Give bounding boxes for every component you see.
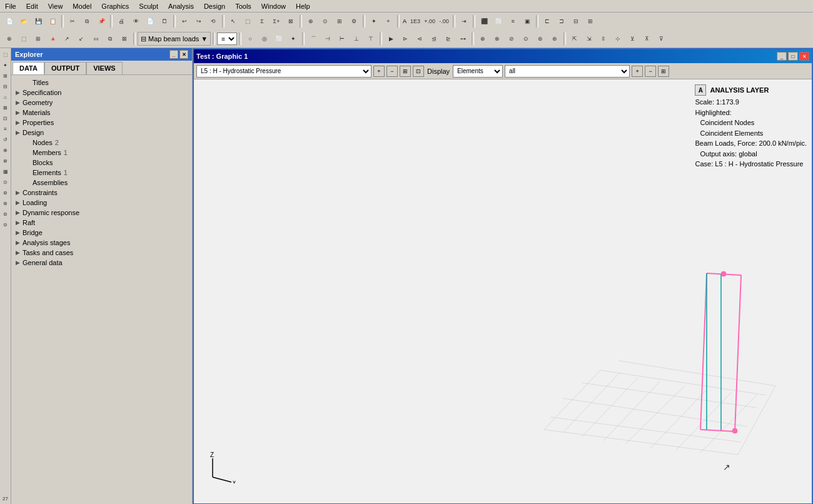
lb-16[interactable]: ⊜ bbox=[1, 209, 11, 219]
tree-item-nodes[interactable]: Nodes 2 bbox=[11, 138, 192, 148]
tb2-31[interactable]: ⊻ bbox=[625, 32, 639, 46]
menu-edit[interactable]: Edit bbox=[24, 2, 41, 11]
elements-dropdown[interactable]: Elements bbox=[453, 65, 503, 78]
tb2-20[interactable]: ⊶ bbox=[456, 32, 470, 46]
cursor2-btn[interactable]: + bbox=[381, 14, 395, 28]
menu-design[interactable]: Design bbox=[201, 2, 228, 11]
lb-6[interactable]: ⊠ bbox=[1, 103, 11, 113]
cases-check-btn[interactable]: ⊡ bbox=[413, 66, 424, 77]
cases-minus-btn[interactable]: − bbox=[386, 66, 398, 77]
tree-item-design[interactable]: ▶ Design bbox=[11, 128, 192, 138]
tb2-13[interactable]: ⊥ bbox=[350, 32, 363, 46]
all-plus-btn[interactable]: + bbox=[632, 66, 643, 77]
tree-item-geometry[interactable]: ▶ Geometry bbox=[11, 98, 192, 108]
res3-btn[interactable]: ⊟ bbox=[569, 14, 583, 28]
paste-btn[interactable]: 📌 bbox=[94, 14, 108, 28]
print2-btn[interactable]: 📄 bbox=[143, 14, 157, 28]
lb-7[interactable]: ⊡ bbox=[1, 113, 11, 123]
graphic-minimize-btn[interactable]: _ bbox=[777, 52, 787, 61]
tb2-1[interactable]: ⊕ bbox=[3, 32, 16, 46]
tb2-24[interactable]: ⊙ bbox=[519, 32, 533, 46]
tb2-30[interactable]: ⊹ bbox=[611, 32, 625, 46]
print-preview-btn[interactable]: 👁 bbox=[129, 14, 143, 28]
tree-item-constraints[interactable]: ▶ Constraints bbox=[11, 188, 192, 198]
tb2-29[interactable]: ⇳ bbox=[597, 32, 610, 46]
tab-data[interactable]: DATA bbox=[13, 62, 44, 74]
tb2-8[interactable]: ⧉ bbox=[103, 32, 117, 46]
font-btn[interactable]: 1E3 bbox=[408, 14, 422, 28]
menu-window[interactable]: Window bbox=[259, 2, 288, 11]
menu-sculpt[interactable]: Sculpt bbox=[136, 2, 161, 11]
view3-btn[interactable]: ≡ bbox=[506, 14, 520, 28]
graphic-close-btn[interactable]: ✕ bbox=[799, 52, 809, 61]
tb2-12[interactable]: ⊢ bbox=[335, 32, 349, 46]
undo-btn[interactable]: ↩ bbox=[178, 14, 191, 28]
lb-3[interactable]: ⊞ bbox=[1, 71, 11, 81]
lb-2[interactable]: ✦ bbox=[1, 60, 11, 70]
cases-plus-btn[interactable]: + bbox=[373, 66, 385, 77]
tree-item-specification[interactable]: ▶ Specification bbox=[11, 88, 192, 98]
tb2-2[interactable]: ⬚ bbox=[17, 32, 31, 46]
box-btn[interactable]: ⬜ bbox=[272, 32, 286, 46]
lb-15[interactable]: ⊛ bbox=[1, 198, 11, 208]
tree-item-general-data[interactable]: ▶ General data bbox=[11, 258, 192, 268]
lb-10[interactable]: ⊕ bbox=[1, 145, 11, 155]
graphic-viewport[interactable]: A ANALYSIS LAYER Scale: 1:173.9 Highligh… bbox=[194, 79, 812, 503]
all-minus-btn[interactable]: − bbox=[645, 66, 656, 77]
tab-output[interactable]: OUTPUT bbox=[44, 62, 86, 74]
tree-item-analysis-stages[interactable]: ▶ Analysis stages bbox=[11, 238, 192, 248]
menu-view[interactable]: View bbox=[46, 2, 66, 11]
tb2-5[interactable]: ↗ bbox=[60, 32, 74, 46]
tree-item-materials[interactable]: ▶ Materials bbox=[11, 108, 192, 118]
print3-btn[interactable]: 🗒 bbox=[158, 14, 171, 28]
save-btn[interactable]: 💾 bbox=[31, 14, 45, 28]
tb2-25[interactable]: ⊚ bbox=[533, 32, 547, 46]
number-btn[interactable]: +.00 bbox=[423, 14, 437, 28]
tb2-26[interactable]: ⊛ bbox=[548, 32, 562, 46]
number2-btn[interactable]: -.00 bbox=[437, 14, 451, 28]
graphic-maximize-btn[interactable]: □ bbox=[788, 52, 798, 61]
tb2-7[interactable]: ⧦ bbox=[89, 32, 103, 46]
lb-11[interactable]: ⊗ bbox=[1, 156, 11, 166]
tree-item-bridge[interactable]: ▶ Bridge bbox=[11, 228, 192, 238]
snap-btn[interactable]: ⊕ bbox=[304, 14, 318, 28]
lb-4[interactable]: ⊟ bbox=[1, 81, 11, 91]
cases-dropdown[interactable]: L5 : H - Hydrostatic Pressure bbox=[196, 65, 371, 78]
new-btn[interactable]: 📄 bbox=[3, 14, 16, 28]
tree-item-members[interactable]: Members 1 bbox=[11, 148, 192, 158]
tb2-33[interactable]: ⊽ bbox=[654, 32, 668, 46]
settings-btn[interactable]: ⚙ bbox=[347, 14, 361, 28]
cut-btn[interactable]: ✂ bbox=[66, 14, 79, 28]
tb2-21[interactable]: ⊕ bbox=[476, 32, 490, 46]
select5-btn[interactable]: ⊠ bbox=[284, 14, 298, 28]
res2-btn[interactable]: ⊐ bbox=[555, 14, 568, 28]
open-btn[interactable]: 📂 bbox=[17, 14, 31, 28]
tb2-27[interactable]: ⇱ bbox=[568, 32, 582, 46]
map-beam-loads-button[interactable]: ⊟ Map beam loads ▼ bbox=[138, 32, 211, 46]
tree-item-titles[interactable]: Titles bbox=[11, 78, 192, 88]
view4-btn[interactable]: ▣ bbox=[520, 14, 534, 28]
menu-tools[interactable]: Tools bbox=[233, 2, 254, 11]
view-btn[interactable]: ⬛ bbox=[477, 14, 491, 28]
select4-btn[interactable]: Σ+ bbox=[270, 14, 283, 28]
tb2-15[interactable]: ▶ bbox=[384, 32, 398, 46]
snap2-btn[interactable]: ⊙ bbox=[318, 14, 332, 28]
cursor-btn[interactable]: ✦ bbox=[367, 14, 381, 28]
tb2-14[interactable]: ⊤ bbox=[364, 32, 378, 46]
all-special-btn[interactable]: ⊞ bbox=[658, 66, 669, 77]
select3-btn[interactable]: Σ bbox=[255, 14, 269, 28]
redo-btn[interactable]: ↪ bbox=[192, 14, 206, 28]
tb2-10[interactable]: ⌒ bbox=[306, 32, 320, 46]
save-as-btn[interactable]: 📋 bbox=[46, 14, 59, 28]
tb2-19[interactable]: ⊵ bbox=[442, 32, 455, 46]
tb2-22[interactable]: ⊗ bbox=[490, 32, 504, 46]
lb-8[interactable]: ≡ bbox=[1, 124, 11, 134]
tb2-6[interactable]: ↙ bbox=[74, 32, 88, 46]
tree-item-assemblies[interactable]: Assemblies bbox=[11, 178, 192, 188]
tab-views[interactable]: VIEWS bbox=[86, 62, 122, 74]
tb2-28[interactable]: ⇲ bbox=[582, 32, 596, 46]
select2-btn[interactable]: ⬚ bbox=[241, 14, 255, 28]
lb-12[interactable]: ▦ bbox=[1, 166, 11, 176]
cross-btn[interactable]: ✦ bbox=[286, 32, 300, 46]
tree-item-properties[interactable]: ▶ Properties bbox=[11, 118, 192, 128]
